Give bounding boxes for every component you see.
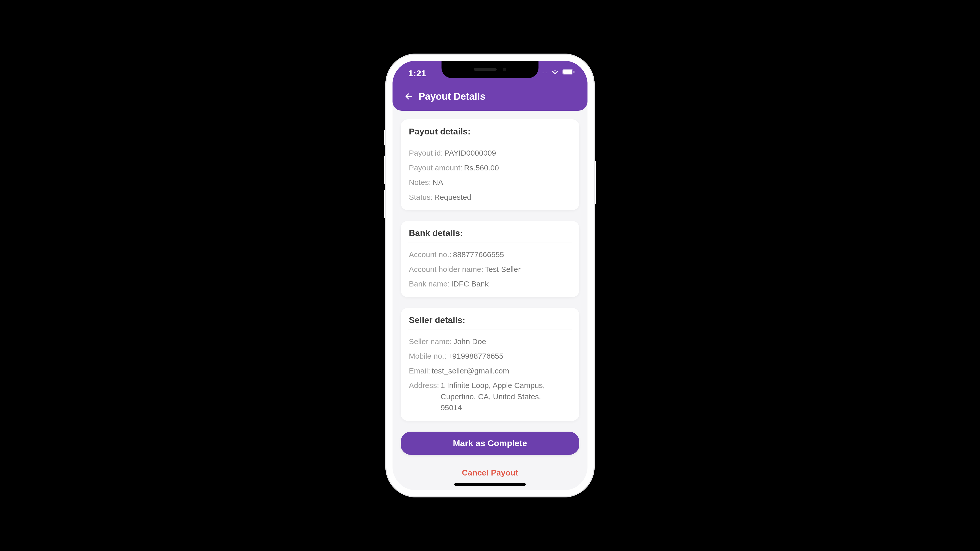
- seller-mobile-row: Mobile no.: +919988776655: [409, 351, 571, 362]
- seller-address-label: Address:: [409, 380, 439, 413]
- seller-mobile-value: +919988776655: [448, 351, 504, 362]
- cellular-signal-icon: ....: [542, 70, 548, 74]
- divider: [408, 141, 572, 141]
- bank-card-title: Bank details:: [409, 228, 571, 238]
- payout-amount-row: Payout amount: Rs.560.00: [409, 162, 571, 173]
- seller-details-card: Seller details: Seller name: John Doe Mo…: [401, 308, 579, 421]
- seller-email-row: Email: test_seller@gmail.com: [409, 365, 571, 376]
- device-mute-switch: [384, 130, 385, 145]
- seller-name-label: Seller name:: [409, 336, 452, 347]
- device-speaker: [474, 68, 496, 71]
- seller-name-value: John Doe: [453, 336, 486, 347]
- device-notch: [442, 61, 538, 78]
- account-holder-row: Account holder name: Test Seller: [409, 264, 571, 275]
- status-right: ....: [542, 69, 575, 75]
- bank-name-value: IDFC Bank: [451, 278, 489, 289]
- bank-name-label: Bank name:: [409, 278, 450, 289]
- device-camera-icon: [503, 68, 506, 71]
- device-volume-up: [384, 156, 385, 184]
- home-indicator[interactable]: [454, 483, 526, 486]
- account-no-value: 888777666555: [453, 249, 504, 260]
- arrow-left-icon: [404, 92, 413, 101]
- payout-status-label: Status:: [409, 192, 433, 203]
- payout-notes-label: Notes:: [409, 177, 431, 188]
- status-time: 1:21: [408, 68, 426, 78]
- stage: 1:21 .... Payout Details: [0, 0, 980, 551]
- seller-card-title: Seller details:: [409, 315, 571, 325]
- screen: 1:21 .... Payout Details: [393, 61, 587, 490]
- svg-rect-2: [573, 71, 574, 73]
- payout-status-value: Requested: [434, 192, 471, 203]
- device-frame: 1:21 .... Payout Details: [385, 54, 595, 497]
- payout-id-row: Payout id: PAYID0000009: [409, 148, 571, 159]
- back-button[interactable]: [404, 91, 414, 102]
- seller-address-value: 1 Infinite Loop, Apple Campus, Cupertino…: [441, 380, 563, 413]
- account-no-label: Account no.:: [409, 249, 452, 260]
- device-power-button: [595, 161, 596, 204]
- seller-address-row: Address: 1 Infinite Loop, Apple Campus, …: [409, 380, 571, 413]
- wifi-icon: [551, 69, 559, 75]
- bank-name-row: Bank name: IDFC Bank: [409, 278, 571, 289]
- mark-complete-button[interactable]: Mark as Complete: [401, 432, 579, 455]
- payout-amount-value: Rs.560.00: [464, 162, 499, 173]
- account-no-row: Account no.: 888777666555: [409, 249, 571, 260]
- payout-id-value: PAYID0000009: [444, 148, 496, 159]
- account-holder-label: Account holder name:: [409, 264, 484, 275]
- bank-details-card: Bank details: Account no.: 888777666555 …: [401, 221, 579, 297]
- battery-icon: [563, 69, 575, 75]
- device-volume-down: [384, 190, 385, 218]
- seller-mobile-label: Mobile no.:: [409, 351, 446, 362]
- seller-email-label: Email:: [409, 365, 430, 376]
- payout-id-label: Payout id:: [409, 148, 443, 159]
- page-title: Payout Details: [418, 91, 485, 102]
- payout-notes-row: Notes: NA: [409, 177, 571, 188]
- payout-status-row: Status: Requested: [409, 192, 571, 203]
- payout-card-title: Payout details:: [409, 127, 571, 137]
- divider: [408, 243, 572, 243]
- seller-email-value: test_seller@gmail.com: [431, 365, 509, 376]
- seller-name-row: Seller name: John Doe: [409, 336, 571, 347]
- svg-rect-1: [563, 70, 573, 74]
- content-scroll[interactable]: Payout details: Payout id: PAYID0000009 …: [393, 112, 587, 490]
- payout-notes-value: NA: [433, 177, 443, 188]
- cancel-payout-button[interactable]: Cancel Payout: [401, 465, 579, 482]
- account-holder-value: Test Seller: [485, 264, 520, 275]
- payout-details-card: Payout details: Payout id: PAYID0000009 …: [401, 119, 579, 210]
- payout-amount-label: Payout amount:: [409, 162, 463, 173]
